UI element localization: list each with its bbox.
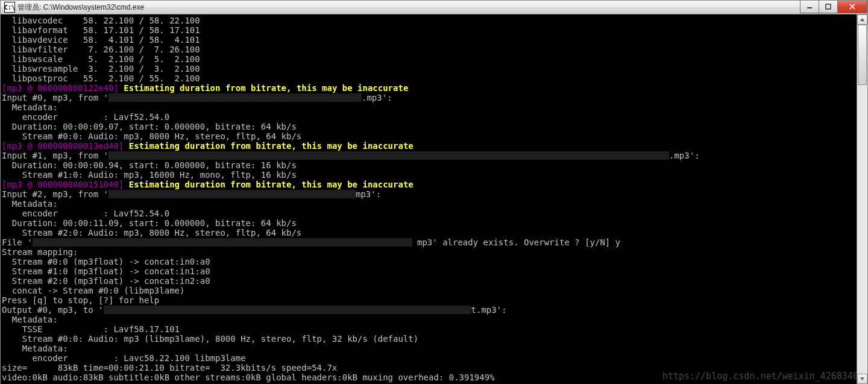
terminal-line: [mp3 @ 0000000000151040] Estimating dura…	[2, 180, 857, 189]
terminal-line: video:0kB audio:83kB subtitle:0kB other …	[2, 373, 857, 382]
terminal-line: libavcodec 58. 22.100 / 58. 22.100	[2, 16, 857, 25]
terminal-line: [mp3 @ 000000000122e40] Estimating durat…	[2, 83, 857, 93]
maximize-button[interactable]	[819, 1, 838, 13]
terminal-line: [mp3 @ 000000000013ed40] Estimating dura…	[2, 141, 857, 151]
terminal-line: Input #2, mp3, from 'mp3':	[2, 189, 857, 199]
terminal-line: encoder : Lavc58.22.100 libmp3lame	[2, 353, 857, 363]
window-title: 管理员: C:\Windows\system32\cmd.exe	[17, 2, 144, 13]
window-controls	[800, 1, 867, 13]
terminal-line: Metadata:	[2, 344, 857, 353]
terminal-line: libavdevice 58. 4.101 / 58. 4.101	[2, 35, 857, 45]
terminal-line: Press [q] to stop, [?] for help	[2, 295, 857, 305]
terminal-line: TSSE : Lavf58.17.101	[2, 324, 857, 334]
vertical-scrollbar[interactable]	[857, 14, 867, 384]
minimize-button[interactable]	[800, 1, 819, 13]
terminal-line: Stream #2:0 (mp3float) -> concat:in2:a0	[2, 276, 857, 286]
scroll-down-button[interactable]	[857, 374, 867, 384]
terminal-line: Duration: 00:00:00.94, start: 0.000000, …	[2, 160, 857, 170]
terminal-line: encoder : Lavf52.54.0	[2, 209, 857, 218]
terminal-line: File ' mp3' already exists. Overwrite ? …	[2, 238, 857, 247]
titlebar[interactable]: C:\ 管理员: C:\Windows\system32\cmd.exe	[1, 1, 867, 14]
terminal-line: Duration: 00:00:09.07, start: 0.000000, …	[2, 122, 857, 131]
terminal-line: libswscale 5. 2.100 / 5. 2.100	[2, 54, 857, 64]
terminal-line: Stream #1:0: Audio: mp3, 16000 Hz, mono,…	[2, 170, 857, 180]
terminal-line: Duration: 00:00:11.09, start: 0.000000, …	[2, 218, 857, 228]
terminal-line: Metadata:	[2, 102, 857, 112]
scroll-thumb[interactable]	[858, 25, 867, 85]
scroll-up-button[interactable]	[857, 14, 867, 25]
svg-rect-1	[826, 4, 831, 9]
terminal-area: libavcodec 58. 22.100 / 58. 22.100 libav…	[1, 14, 867, 384]
terminal-line: Input #0, mp3, from '.mp3':	[2, 93, 857, 102]
terminal-line: encoder : Lavf52.54.0	[2, 112, 857, 122]
terminal-line: Metadata:	[2, 199, 857, 209]
svg-marker-5	[860, 377, 864, 380]
terminal-line: Output #0, mp3, to 't.mp3':	[2, 305, 857, 315]
terminal-line: Stream #0:0: Audio: mp3 (libmp3lame), 80…	[2, 334, 857, 344]
terminal-output[interactable]: libavcodec 58. 22.100 / 58. 22.100 libav…	[1, 14, 857, 384]
terminal-line: libavfilter 7. 26.100 / 7. 26.100	[2, 45, 857, 54]
cmd-icon: C:\	[4, 2, 15, 13]
terminal-line: Stream #0:0 (mp3float) -> concat:in0:a0	[2, 257, 857, 266]
cmd-window: C:\ 管理员: C:\Windows\system32\cmd.exe lib…	[0, 0, 868, 384]
terminal-line: libswresample 3. 2.100 / 3. 2.100	[2, 64, 857, 74]
svg-marker-4	[860, 18, 864, 21]
terminal-line: Stream #1:0 (mp3float) -> concat:in1:a0	[2, 266, 857, 276]
terminal-line: size= 83kB time=00:00:21.10 bitrate= 32.…	[2, 363, 857, 373]
terminal-line: Stream #0:0: Audio: mp3, 8000 Hz, stereo…	[2, 131, 857, 141]
terminal-line: Metadata:	[2, 315, 857, 324]
close-button[interactable]	[837, 1, 867, 13]
terminal-line: libavformat 58. 17.101 / 58. 17.101	[2, 25, 857, 35]
terminal-line: Stream mapping:	[2, 247, 857, 257]
terminal-line: Stream #2:0: Audio: mp3, 8000 Hz, stereo…	[2, 228, 857, 238]
terminal-line: Input #1, mp3, from '.mp3':	[2, 151, 857, 160]
terminal-line: concat -> Stream #0:0 (libmp3lame)	[2, 286, 857, 295]
terminal-line: libpostproc 55. 2.100 / 55. 2.100	[2, 74, 857, 83]
